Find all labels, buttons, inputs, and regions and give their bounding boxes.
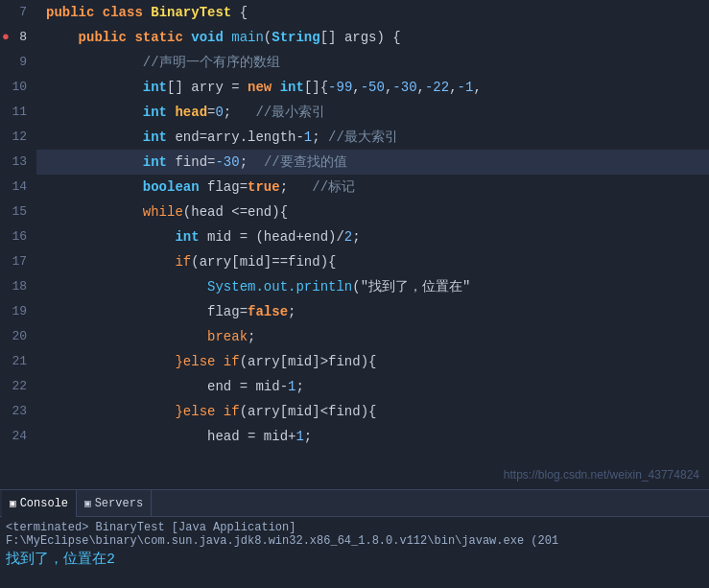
code-line: 21 }else if(arry[mid]>find){: [0, 349, 709, 374]
code-token: -50: [361, 80, 385, 95]
line-number: 8: [0, 25, 36, 50]
code-token: flag=: [207, 179, 248, 195]
console-tab-label: Servers: [95, 497, 143, 510]
code-token: new: [248, 80, 280, 95]
code-token: [] arry =: [167, 80, 248, 95]
code-line: 9 //声明一个有序的数组: [0, 50, 709, 75]
code-token: }else: [175, 354, 223, 369]
code-token: ;: [240, 154, 264, 170]
line-content: int head=0; //最小索引: [36, 100, 709, 125]
line-content: int mid = (head+end)/2;: [36, 224, 709, 249]
code-token: -30: [392, 80, 416, 95]
code-token: 1: [304, 129, 312, 145]
code-token: -30: [215, 154, 239, 170]
code-line: 14 boolean flag=true; //标记: [0, 175, 709, 200]
code-token: -99: [328, 80, 352, 95]
line-content: }else if(arry[mid]<find){: [36, 399, 709, 424]
console-tab-icon: ▣: [84, 497, 91, 509]
code-token: end: [175, 129, 199, 145]
line-content: //声明一个有序的数组: [36, 50, 709, 75]
line-number: 23: [0, 399, 36, 424]
code-token: ("找到了，位置在": [352, 279, 470, 294]
code-line: 7public class BinaryTest {: [0, 0, 709, 25]
line-number: 17: [0, 249, 36, 274]
code-line: 20 break;: [0, 324, 709, 349]
code-token: ,: [417, 80, 425, 95]
code-token: String: [272, 30, 319, 45]
code-token: ;: [248, 329, 255, 344]
code-token: find=: [175, 154, 215, 170]
code-token: ,: [449, 80, 457, 95]
line-content: int end=arry.length-1; //最大索引: [36, 125, 709, 150]
code-token: mid = (head+end)/: [207, 229, 344, 245]
code-token: =arry.length-: [200, 129, 304, 145]
line-content: System.out.println("找到了，位置在": [36, 274, 709, 299]
line-number: 11: [0, 100, 36, 125]
code-token: ;: [312, 129, 328, 145]
code-token: if: [224, 354, 240, 369]
code-token: (head <=end){: [183, 204, 288, 220]
code-token: int: [46, 105, 175, 120]
code-token: [] args) {: [320, 30, 401, 45]
code-token: static: [134, 30, 191, 45]
code-token: ;: [224, 105, 256, 120]
console-tab[interactable]: ▣Console: [2, 490, 77, 517]
code-line: 24 head = mid+1;: [0, 424, 709, 449]
code-line: 22 end = mid-1;: [0, 374, 709, 399]
line-content: while(head <=end){: [36, 200, 709, 224]
code-token: BinaryTest: [151, 5, 231, 20]
code-token: (arry[mid]>find){: [240, 354, 377, 369]
line-number: 9: [0, 50, 36, 75]
line-number: 24: [0, 424, 36, 449]
code-token: {: [231, 5, 248, 20]
code-token: false: [248, 304, 288, 319]
code-token: int: [46, 229, 207, 245]
code-token: -22: [425, 80, 449, 95]
line-content: end = mid-1;: [36, 374, 709, 399]
code-token: [46, 404, 175, 419]
code-line: 15 while(head <=end){: [0, 200, 709, 224]
code-token: System.out.println: [46, 279, 352, 294]
line-content: boolean flag=true; //标记: [36, 175, 709, 200]
code-token: (: [264, 30, 272, 45]
console-tab-icon: ▣: [10, 497, 16, 509]
line-number: 14: [0, 175, 36, 200]
line-number: 13: [0, 150, 36, 175]
code-token: (arry[mid]<find){: [240, 404, 377, 419]
line-content: flag=false;: [36, 299, 709, 324]
console-area: ▣Console▣Servers <terminated> BinaryTest…: [0, 489, 709, 588]
code-token: public: [46, 30, 134, 45]
console-tab-label: Console: [20, 497, 68, 510]
code-token: //标记: [312, 179, 355, 195]
code-token: ,: [473, 80, 481, 95]
line-number: 19: [0, 299, 36, 324]
code-token: ,: [352, 80, 360, 95]
code-token: //声明一个有序的数组: [46, 55, 280, 70]
line-number: 12: [0, 125, 36, 150]
code-line: 16 int mid = (head+end)/2;: [0, 224, 709, 249]
code-line: 12 int end=arry.length-1; //最大索引: [0, 125, 709, 150]
code-token: void: [191, 30, 231, 45]
line-content: public class BinaryTest {: [36, 0, 709, 25]
code-token: head = mid+: [46, 429, 295, 444]
line-number: 20: [0, 324, 36, 349]
line-number: 10: [0, 75, 36, 100]
line-number: 7: [0, 0, 36, 25]
code-token: int: [46, 154, 175, 170]
code-token: ;: [288, 304, 295, 319]
code-token: flag=: [46, 304, 248, 319]
code-token: ;: [295, 379, 303, 394]
code-token: []{: [304, 80, 328, 95]
code-line: 19 flag=false;: [0, 299, 709, 324]
line-number: 21: [0, 349, 36, 374]
code-token: end = mid-: [46, 379, 288, 394]
console-tabs: ▣Console▣Servers: [0, 490, 709, 517]
code-token: ;: [352, 229, 360, 245]
code-token: boolean: [46, 179, 207, 195]
code-token: }else: [175, 404, 223, 419]
code-token: -1: [458, 80, 474, 95]
line-number: 16: [0, 224, 36, 249]
code-token: ;: [304, 429, 312, 444]
console-tab[interactable]: ▣Servers: [77, 490, 152, 517]
code-token: //要查找的值: [264, 154, 347, 170]
